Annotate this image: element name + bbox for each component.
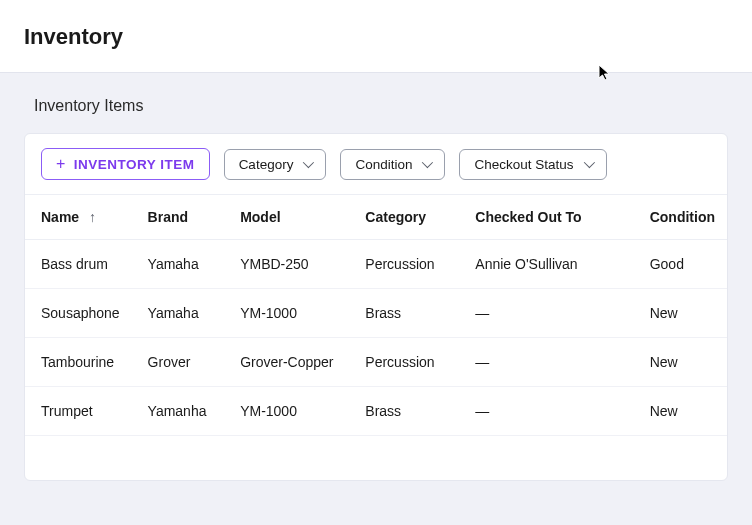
cell-category: Brass xyxy=(353,289,463,338)
column-label: Category xyxy=(365,209,426,225)
cell-category: Percussion xyxy=(353,338,463,387)
column-header-category[interactable]: Category xyxy=(353,195,463,240)
cell-condition: Good xyxy=(638,240,727,289)
cell-brand: Yamaha xyxy=(136,289,229,338)
cell-brand: Yamanha xyxy=(136,387,229,436)
column-header-model[interactable]: Model xyxy=(228,195,353,240)
cell-name: Bass drum xyxy=(25,240,136,289)
chevron-down-icon xyxy=(583,157,594,168)
add-inventory-item-button[interactable]: + INVENTORY ITEM xyxy=(41,148,210,180)
cell-category: Percussion xyxy=(353,240,463,289)
filter-label: Condition xyxy=(355,157,412,172)
table-row[interactable]: TambourineGroverGrover-CopperPercussion—… xyxy=(25,338,727,387)
column-label: Condition xyxy=(650,209,715,225)
filter-condition-button[interactable]: Condition xyxy=(340,149,445,180)
table-footer-space xyxy=(25,436,727,480)
page-header: Inventory xyxy=(0,0,752,73)
column-label: Checked Out To xyxy=(475,209,581,225)
column-label: Name xyxy=(41,209,79,225)
inventory-table: Name ↑ Brand Model Category Checked Out … xyxy=(25,194,727,436)
toolbar: + INVENTORY ITEM Category Condition Chec… xyxy=(25,134,727,194)
chevron-down-icon xyxy=(422,157,433,168)
column-label: Model xyxy=(240,209,280,225)
filter-category-button[interactable]: Category xyxy=(224,149,327,180)
chevron-down-icon xyxy=(303,157,314,168)
content-area: Inventory Items + INVENTORY ITEM Categor… xyxy=(0,73,752,481)
column-header-checked-out-to[interactable]: Checked Out To xyxy=(463,195,637,240)
cell-brand: Grover xyxy=(136,338,229,387)
cell-model: YMBD-250 xyxy=(228,240,353,289)
cell-model: YM-1000 xyxy=(228,387,353,436)
section-title: Inventory Items xyxy=(24,97,728,115)
cell-checked-out-to: — xyxy=(463,387,637,436)
column-label: Brand xyxy=(148,209,188,225)
column-header-condition[interactable]: Condition xyxy=(638,195,727,240)
table-row[interactable]: TrumpetYamanhaYM-1000Brass—New xyxy=(25,387,727,436)
plus-icon: + xyxy=(56,156,66,172)
sort-ascending-icon: ↑ xyxy=(89,209,96,225)
table-header-row: Name ↑ Brand Model Category Checked Out … xyxy=(25,195,727,240)
cell-checked-out-to: Annie O'Sullivan xyxy=(463,240,637,289)
cell-condition: New xyxy=(638,387,727,436)
cell-name: Tambourine xyxy=(25,338,136,387)
cell-checked-out-to: — xyxy=(463,289,637,338)
table-row[interactable]: Bass drumYamahaYMBD-250PercussionAnnie O… xyxy=(25,240,727,289)
cell-checked-out-to: — xyxy=(463,338,637,387)
cell-name: Trumpet xyxy=(25,387,136,436)
cell-model: Grover-Copper xyxy=(228,338,353,387)
filter-label: Checkout Status xyxy=(474,157,573,172)
column-header-name[interactable]: Name ↑ xyxy=(25,195,136,240)
cell-name: Sousaphone xyxy=(25,289,136,338)
table-row[interactable]: SousaphoneYamahaYM-1000Brass—New xyxy=(25,289,727,338)
cell-model: YM-1000 xyxy=(228,289,353,338)
add-button-label: INVENTORY ITEM xyxy=(74,157,195,172)
filter-checkout-status-button[interactable]: Checkout Status xyxy=(459,149,606,180)
column-header-brand[interactable]: Brand xyxy=(136,195,229,240)
inventory-panel: + INVENTORY ITEM Category Condition Chec… xyxy=(24,133,728,481)
cell-category: Brass xyxy=(353,387,463,436)
cell-condition: New xyxy=(638,289,727,338)
page-title: Inventory xyxy=(24,24,728,50)
filter-label: Category xyxy=(239,157,294,172)
cell-brand: Yamaha xyxy=(136,240,229,289)
cell-condition: New xyxy=(638,338,727,387)
